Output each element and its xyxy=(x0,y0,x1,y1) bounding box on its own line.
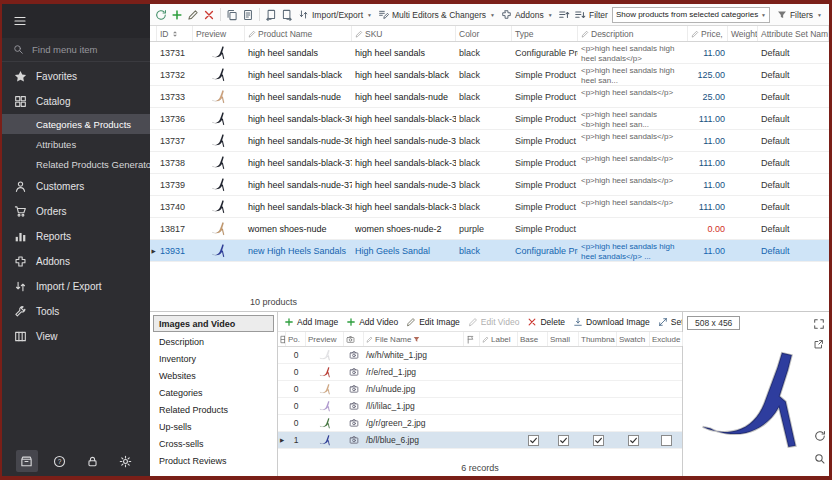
menu-icon[interactable] xyxy=(13,14,27,28)
doc-export-button[interactable] xyxy=(279,8,295,22)
checkbox-swatch[interactable] xyxy=(628,435,639,446)
import-export-menu[interactable]: Import/Export▼ xyxy=(295,8,375,21)
column-header-weight[interactable]: Weight xyxy=(728,26,758,41)
checkbox-small[interactable] xyxy=(558,435,569,446)
sidebar-item-catalog[interactable]: Catalog xyxy=(2,89,150,114)
checkbox-thumbnail[interactable] xyxy=(593,435,604,446)
delete-button[interactable] xyxy=(201,8,217,22)
table-row[interactable]: 13732high heel sandals-blackhigh heel sa… xyxy=(150,64,829,86)
sidebar-item-view[interactable]: View xyxy=(2,324,150,349)
tab-description[interactable]: Description xyxy=(150,333,277,350)
images-column-camera[interactable] xyxy=(344,332,364,346)
edit-icon xyxy=(468,317,478,327)
list-down-button[interactable] xyxy=(572,8,588,22)
image-row[interactable]: 0/r/e/red_1.jpg xyxy=(278,364,682,381)
sidebar-item-customers[interactable]: Customers xyxy=(2,174,150,199)
tab-images-and-video[interactable]: Images and Video xyxy=(153,315,274,332)
images-column-grid-small[interactable] xyxy=(278,332,286,346)
table-row[interactable]: 13817women shoes-nudewomen shoes-nude-2p… xyxy=(150,218,829,240)
set-resize-rule-button[interactable]: Set Resize Rule xyxy=(658,317,682,327)
tab-inventory[interactable]: Inventory xyxy=(150,350,277,367)
multi-editors-changers-menu[interactable]: Multi Editors & Changers▼ xyxy=(375,8,498,21)
filters-button[interactable]: Filters ▼ xyxy=(774,9,825,21)
preview-refresh-button[interactable] xyxy=(814,428,826,446)
sidebar-subitem-related-products-generator[interactable]: Related Products Generator xyxy=(2,154,150,174)
refresh-button[interactable] xyxy=(153,8,169,22)
expand-preview-button[interactable] xyxy=(813,316,825,334)
checkbox-base[interactable] xyxy=(528,435,539,446)
tab-websites[interactable]: Websites xyxy=(150,367,277,384)
sidebar-item-orders[interactable]: Orders xyxy=(2,199,150,224)
preview-zoom-button[interactable] xyxy=(814,451,826,469)
sidebar-subitem-categories-products[interactable]: Categories & Products xyxy=(2,114,150,134)
sidebar-item-tools[interactable]: Tools xyxy=(2,299,150,324)
sidebar-item-import-export[interactable]: Import / Export xyxy=(2,274,150,299)
column-header-sku[interactable]: SKU xyxy=(352,26,456,41)
download-image-button[interactable]: Download Image xyxy=(573,317,650,327)
copy-button[interactable] xyxy=(224,8,240,22)
table-row[interactable]: 13737high heel sandals-nude-36high heel … xyxy=(150,130,829,152)
table-row[interactable]: 13731high heel sandalshigh heel sandalsb… xyxy=(150,42,829,64)
images-column-thumbna[interactable]: Thumbna xyxy=(579,332,617,346)
doc-import-button[interactable] xyxy=(263,8,279,22)
delete-button[interactable]: Delete xyxy=(527,317,565,327)
help-button[interactable]: ? xyxy=(49,450,71,472)
column-header-product-name[interactable]: Product Name xyxy=(245,26,352,41)
cell-thumbnail xyxy=(579,432,617,448)
table-row[interactable]: ▶13931new High Heels SandalsHigh Geels S… xyxy=(150,240,829,262)
images-column-preview[interactable]: Preview xyxy=(306,332,344,346)
images-column-po[interactable]: Po. xyxy=(286,332,306,346)
tab-related-products[interactable]: Related Products xyxy=(150,401,277,418)
lock-button[interactable] xyxy=(82,450,104,472)
column-header-preview[interactable]: Preview xyxy=(193,26,245,41)
open-external-button[interactable] xyxy=(813,336,824,354)
edit-image-button[interactable]: Edit Image xyxy=(406,317,460,327)
edit-button[interactable] xyxy=(185,8,201,22)
images-column-label[interactable]: Label xyxy=(480,332,518,346)
column-header-type[interactable]: Type xyxy=(512,26,578,41)
category-filter-select[interactable]: Show products from selected categories ▼ xyxy=(612,7,770,23)
images-column-swatch[interactable]: Swatch xyxy=(617,332,650,346)
image-row[interactable]: 0/g/r/green_2.jpg xyxy=(278,415,682,432)
images-column-small[interactable]: Small xyxy=(548,332,579,346)
tab-cross-sells[interactable]: Cross-sells xyxy=(150,435,277,452)
tab-product-reviews[interactable]: Product Reviews xyxy=(150,452,277,469)
image-row[interactable]: 0/w/h/white_1.jpg xyxy=(278,347,682,364)
list-up-button[interactable] xyxy=(556,8,572,22)
images-column-base[interactable]: Base xyxy=(518,332,548,346)
table-row[interactable]: 13739high heel sandals-nude-37high heel … xyxy=(150,174,829,196)
add-button[interactable] xyxy=(169,8,185,22)
column-header-id[interactable]: ID xyxy=(157,26,193,41)
image-row[interactable]: ▶1/b/l/blue_6.jpg xyxy=(278,432,682,449)
checkbox-exclude[interactable] xyxy=(661,435,672,446)
add-video-button[interactable]: Add Video xyxy=(346,317,398,327)
cell-price: 11.00 xyxy=(703,48,725,58)
table-row[interactable]: 13738high heel sandals-black-37high heel… xyxy=(150,152,829,174)
sidebar-item-reports[interactable]: Reports xyxy=(2,224,150,249)
tab-categories[interactable]: Categories xyxy=(150,384,277,401)
table-row[interactable]: 13740high heel sandals-black-38high heel… xyxy=(150,196,829,218)
image-row[interactable]: 0/l/i/lilac_1.jpg xyxy=(278,398,682,415)
column-label: Thumbna xyxy=(581,335,615,344)
column-header-attribute-set-name[interactable]: Attribute Set Name xyxy=(758,26,829,41)
images-column-file-name[interactable]: File Name xyxy=(364,332,464,346)
add-image-button[interactable]: Add Image xyxy=(284,317,338,327)
table-row[interactable]: 13736high heel sandals-black-36high heel… xyxy=(150,108,829,130)
images-column-flag[interactable] xyxy=(464,332,480,346)
column-header-color[interactable]: Color xyxy=(456,26,512,41)
column-header-price[interactable]: Price, xyxy=(688,26,728,41)
cell-sku: high heel sandals-nude-37 xyxy=(355,180,456,190)
images-column-exclude[interactable]: Exclude xyxy=(650,332,683,346)
sidebar-subitem-attributes[interactable]: Attributes xyxy=(2,134,150,154)
tab-up-sells[interactable]: Up-sells xyxy=(150,418,277,435)
table-row[interactable]: 13733high heel sandals-nudehigh heel san… xyxy=(150,86,829,108)
store-button[interactable] xyxy=(16,450,38,472)
sidebar-item-addons[interactable]: Addons xyxy=(2,249,150,274)
image-row[interactable]: 0/n/u/nude.jpg xyxy=(278,381,682,398)
menu-search-input[interactable] xyxy=(30,43,130,56)
column-header-description[interactable]: Description xyxy=(578,26,688,41)
gear-button[interactable] xyxy=(115,450,137,472)
addons-menu[interactable]: Addons▼ xyxy=(498,8,556,21)
sidebar-item-favorites[interactable]: Favorites xyxy=(2,64,150,89)
duplicate-button[interactable] xyxy=(240,8,256,22)
